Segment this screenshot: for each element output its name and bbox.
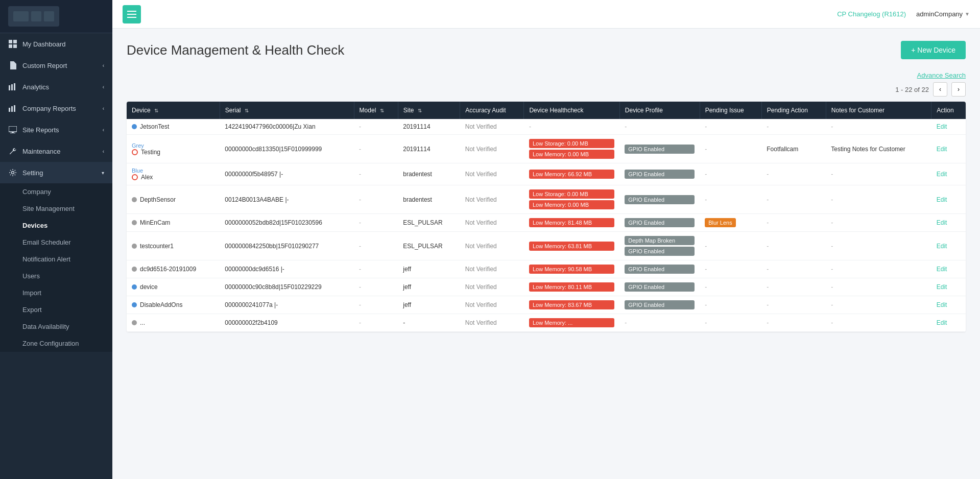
- cell-healthcheck: Low Memory: 90.58 MB: [524, 260, 619, 278]
- edit-link[interactable]: Edit: [937, 219, 947, 226]
- sort-icon-model: ⇅: [380, 108, 384, 113]
- sidebar-item-notification-alert[interactable]: Notification Alert: [0, 251, 112, 268]
- page-title: Device Management & Health Check: [127, 42, 344, 58]
- table-row: ...000000002f2b4109--Not VerifiedLow Mem…: [127, 314, 966, 332]
- sidebar-item-zone-configuration[interactable]: Zone Configuration: [0, 335, 112, 352]
- chevron-right-icon: ‹: [103, 127, 104, 133]
- cell-action[interactable]: Edit: [931, 214, 966, 232]
- sidebar-item-site-reports[interactable]: Site Reports ‹: [0, 119, 112, 140]
- healthcheck-badge: Low Storage: 0.00 MB: [529, 189, 614, 199]
- pagination-next-button[interactable]: ›: [951, 82, 966, 97]
- menu-toggle-button[interactable]: [123, 5, 141, 23]
- model-value: -: [359, 243, 361, 250]
- cell-action[interactable]: Edit: [931, 278, 966, 296]
- sidebar-item-company[interactable]: Company: [0, 183, 112, 200]
- sidebar-item-devices[interactable]: Devices: [0, 217, 112, 234]
- col-notes: Notes for Customer: [826, 102, 931, 119]
- new-device-button[interactable]: + New Device: [901, 41, 966, 59]
- cell-pending-action: -: [761, 314, 826, 332]
- sidebar-item-dashboard[interactable]: My Dashboard: [0, 33, 112, 55]
- status-dot: [132, 302, 137, 307]
- col-site[interactable]: Site ⇅: [398, 102, 460, 119]
- edit-link[interactable]: Edit: [937, 283, 947, 291]
- cell-action[interactable]: Edit: [931, 314, 966, 332]
- healthcheck-badge: Low Memory: 90.58 MB: [529, 265, 614, 274]
- notes-value: -: [831, 243, 833, 250]
- col-serial[interactable]: Serial ⇅: [220, 102, 354, 119]
- profile-badge: GPIO Enabled: [625, 265, 695, 274]
- sidebar-item-setting[interactable]: Setting ▾: [0, 162, 112, 183]
- changelog-link[interactable]: CP Changelog (R1612): [837, 10, 906, 18]
- sidebar-item-site-management[interactable]: Site Management: [0, 200, 112, 217]
- edit-link[interactable]: Edit: [937, 171, 947, 178]
- cell-device: DepthSensor: [127, 185, 220, 214]
- cell-site: jeff: [398, 260, 460, 278]
- chevron-right-icon: ‹: [103, 106, 104, 111]
- cell-device-profile: -: [619, 119, 700, 135]
- cell-pending-issue: -: [700, 135, 761, 163]
- chevron-right-icon: ‹: [103, 63, 104, 68]
- cell-action[interactable]: Edit: [931, 185, 966, 214]
- device-name-text: Testing: [141, 149, 160, 156]
- svg-rect-15: [10, 133, 15, 133]
- cell-action[interactable]: Edit: [931, 296, 966, 314]
- cell-action[interactable]: Edit: [931, 135, 966, 163]
- cell-site: ESL_PULSAR: [398, 232, 460, 260]
- table-body: JetsonTest14224190477960c00006|Zu Xian-2…: [127, 119, 966, 332]
- edit-link[interactable]: Edit: [937, 319, 947, 326]
- edit-link[interactable]: Edit: [937, 243, 947, 250]
- sidebar-item-company-reports[interactable]: Company Reports ‹: [0, 98, 112, 119]
- sidebar-item-data-availability[interactable]: Data Availability: [0, 318, 112, 335]
- profile-badge: GPIO Enabled: [625, 300, 695, 309]
- cell-serial: 00000000c90c8b8d|15F010229229: [220, 278, 354, 296]
- cell-action[interactable]: Edit: [931, 260, 966, 278]
- cell-site: 20191114: [398, 119, 460, 135]
- edit-link[interactable]: Edit: [937, 123, 947, 130]
- sidebar-item-email-scheduler[interactable]: Email Scheduler: [0, 234, 112, 251]
- col-accuracy-audit: Accuracy Audit: [460, 102, 524, 119]
- advance-search-link[interactable]: Advance Search: [917, 71, 966, 79]
- cell-device: DisableAddOns: [127, 296, 220, 314]
- model-value: -: [359, 283, 361, 291]
- sort-icon-site: ⇅: [418, 108, 422, 113]
- edit-link[interactable]: Edit: [937, 196, 947, 203]
- cell-accuracy-audit: Not Verified: [460, 278, 524, 296]
- sidebar-item-custom-report[interactable]: Custom Report ‹: [0, 55, 112, 76]
- healthcheck-badge: Low Memory: 81.48 MB: [529, 218, 614, 227]
- sidebar-item-label: Setting: [22, 169, 43, 177]
- logo-placeholder: [8, 6, 59, 27]
- pending-issue-value: -: [705, 171, 707, 178]
- pagination-prev-button[interactable]: ‹: [933, 82, 947, 97]
- svg-rect-3: [9, 40, 12, 43]
- notes-value: -: [831, 319, 833, 326]
- cell-action[interactable]: Edit: [931, 119, 966, 135]
- edit-link[interactable]: Edit: [937, 301, 947, 308]
- sidebar-item-import[interactable]: Import: [0, 284, 112, 301]
- cell-pending-issue: -: [700, 278, 761, 296]
- cell-model: -: [354, 185, 398, 214]
- cell-site: jeff: [398, 278, 460, 296]
- col-model[interactable]: Model ⇅: [354, 102, 398, 119]
- cell-device-profile: GPIO Enabled: [619, 296, 700, 314]
- device-name-text: MinEnCam: [140, 219, 170, 226]
- sidebar-item-users[interactable]: Users: [0, 268, 112, 284]
- svg-rect-8: [11, 84, 13, 90]
- user-menu[interactable]: adminCompany ▼: [916, 10, 970, 18]
- edit-link[interactable]: Edit: [937, 146, 947, 153]
- status-dot: [132, 244, 137, 249]
- sidebar-item-analytics[interactable]: Analytics ‹: [0, 76, 112, 98]
- sidebar-item-maintenance[interactable]: Maintenance ‹: [0, 140, 112, 162]
- notes-value: -: [831, 301, 833, 308]
- model-value: -: [359, 266, 361, 273]
- devices-table: Device ⇅ Serial ⇅ Model ⇅ Site ⇅ Accurac…: [127, 102, 966, 332]
- edit-link[interactable]: Edit: [937, 266, 947, 273]
- cell-healthcheck: -: [524, 119, 619, 135]
- profile-empty: -: [625, 123, 627, 130]
- cell-device: device: [127, 278, 220, 296]
- col-device[interactable]: Device ⇅: [127, 102, 220, 119]
- col-pending-issue: Pending Issue: [700, 102, 761, 119]
- healthcheck-badge: Low Memory: 0.00 MB: [529, 150, 614, 159]
- cell-action[interactable]: Edit: [931, 163, 966, 185]
- cell-action[interactable]: Edit: [931, 232, 966, 260]
- sidebar-item-export[interactable]: Export: [0, 301, 112, 318]
